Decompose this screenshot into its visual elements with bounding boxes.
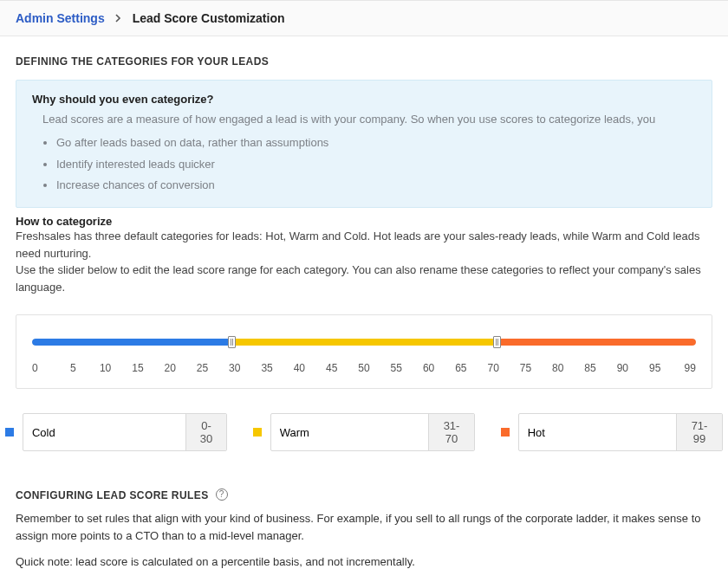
howto-text: Freshsales has three default categories … xyxy=(16,228,712,295)
slider-tick: 45 xyxy=(323,362,341,374)
info-bullet: Increase chances of conversion xyxy=(56,175,696,197)
breadcrumb-root[interactable]: Admin Settings xyxy=(16,11,105,25)
help-icon[interactable]: ? xyxy=(216,488,228,501)
category-name-input-warm[interactable] xyxy=(271,414,428,450)
slider-tick: 55 xyxy=(387,362,405,374)
slider-tick: 80 xyxy=(549,362,567,374)
slider-tick: 30 xyxy=(226,362,244,374)
slider-tick: 90 xyxy=(614,362,631,374)
section-title-rules: CONFIGURING LEAD SCORE RULES xyxy=(16,489,209,501)
slider-tick: 70 xyxy=(484,362,502,374)
info-bullet: Identify interested leads quicker xyxy=(56,154,696,176)
slider-tick: 20 xyxy=(161,362,179,374)
slider-tick: 5 xyxy=(64,362,81,374)
swatch-cold xyxy=(5,428,14,436)
slider-segment-cold xyxy=(32,339,231,346)
slider-tick: 50 xyxy=(355,362,373,374)
swatch-warm xyxy=(253,428,262,436)
category-hot: 71-99 xyxy=(501,413,723,451)
slider-tick: 10 xyxy=(97,362,114,374)
category-name-input-cold[interactable] xyxy=(23,414,185,450)
slider-ticks: 0510152025303540455055606570758085909599 xyxy=(32,362,696,374)
rules-para-2: Quick note: lead score is calculated on … xyxy=(16,553,712,571)
breadcrumb: Admin Settings Lead Score Customization xyxy=(0,0,728,36)
howto-title: How to categorize xyxy=(16,215,712,228)
slider-tick: 0 xyxy=(32,362,49,374)
slider-tick: 65 xyxy=(452,362,470,374)
category-slider-panel: 0510152025303540455055606570758085909599 xyxy=(16,314,712,389)
category-name-input-hot[interactable] xyxy=(519,414,676,450)
slider-track xyxy=(32,339,696,346)
info-panel: Why should you even categorize? Lead sco… xyxy=(16,80,712,208)
slider-tick: 95 xyxy=(647,362,664,374)
slider-tick: 25 xyxy=(193,362,211,374)
info-heading: Why should you even categorize? xyxy=(32,93,696,106)
slider-tick: 35 xyxy=(258,362,276,374)
slider-segment-warm xyxy=(231,339,497,346)
category-range-warm: 31-70 xyxy=(428,414,474,450)
slider-tick: 99 xyxy=(679,362,696,374)
slider-tick: 60 xyxy=(420,362,438,374)
slider-tick: 75 xyxy=(517,362,534,374)
info-bullet: Go after leads based on data, rather tha… xyxy=(56,133,696,154)
category-warm: 31-70 xyxy=(253,413,475,451)
slider-handle-1[interactable] xyxy=(228,336,236,348)
breadcrumb-current: Lead Score Customization xyxy=(133,11,285,25)
slider-segment-hot xyxy=(497,339,696,346)
slider-tick: 40 xyxy=(290,362,308,374)
category-row: 0-30 31-70 71-99 xyxy=(16,413,712,451)
slider-tick: 15 xyxy=(129,362,146,374)
chevron-right-icon xyxy=(115,11,122,25)
info-lead-text: Lead scores are a measure of how engaged… xyxy=(42,113,696,126)
section-title-categories: DEFINING THE CATEGORIES FOR YOUR LEADS xyxy=(16,55,712,68)
swatch-hot xyxy=(501,428,510,436)
category-cold: 0-30 xyxy=(5,413,227,451)
category-range-hot: 71-99 xyxy=(676,414,722,450)
rules-para-1: Remember to set rules that align with yo… xyxy=(16,510,712,545)
slider-tick: 85 xyxy=(582,362,599,374)
slider-handle-2[interactable] xyxy=(493,336,501,348)
category-range-cold: 0-30 xyxy=(185,414,226,450)
